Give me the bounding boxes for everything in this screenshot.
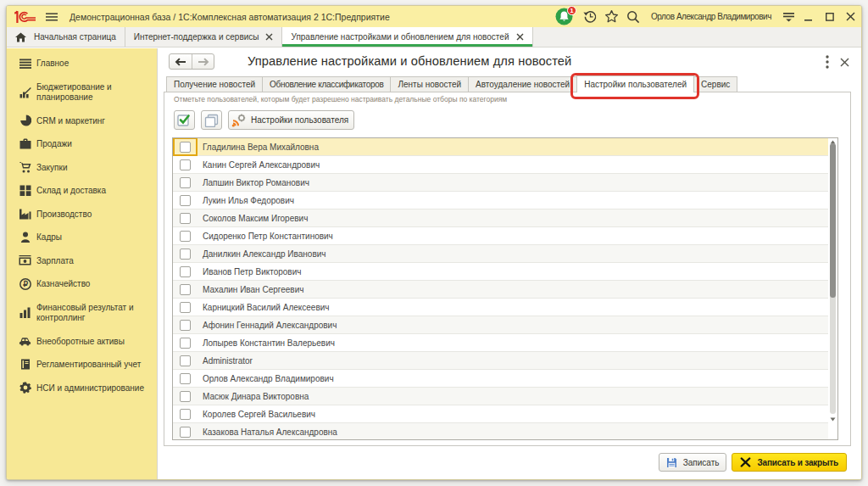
form-close-icon[interactable] — [837, 55, 851, 69]
save-button[interactable]: Записать — [659, 453, 727, 472]
sidebar-item-budget[interactable]: Бюджетирование и планирование — [7, 75, 157, 109]
user-checkbox[interactable] — [180, 142, 191, 153]
scroll-down-icon[interactable] — [828, 416, 837, 423]
user-checkbox-cell[interactable] — [173, 299, 197, 316]
sidebar-item-gear[interactable]: НСИ и администрирование — [7, 377, 157, 400]
window-tab-2[interactable]: Управление настройками и обновлением для… — [282, 27, 532, 47]
user-checkbox-cell[interactable] — [173, 316, 197, 334]
user-menu-icon[interactable] — [780, 6, 798, 27]
save-and-close-button[interactable]: Записать и закрыть — [732, 453, 847, 472]
user-row[interactable]: Канин Сергей Александрович — [173, 156, 837, 174]
form-tab-5[interactable]: Сервис — [693, 76, 737, 92]
user-row[interactable]: Соколов Максим Игоревич — [173, 209, 837, 227]
main-menu-icon[interactable] — [46, 6, 58, 27]
user-row[interactable]: Казакова Наталья Александровна — [173, 423, 837, 440]
user-row[interactable]: Лукин Илья Федорович — [173, 192, 837, 209]
user-row[interactable]: Карницкий Василий Алексеевич — [173, 299, 837, 316]
user-row[interactable]: Administrator — [173, 352, 837, 370]
check-all-button[interactable] — [174, 110, 195, 130]
user-checkbox-cell[interactable] — [173, 174, 197, 192]
vertical-scrollbar[interactable] — [828, 138, 837, 439]
sidebar-item-crm[interactable]: CRM и маркетинг — [7, 109, 157, 133]
window-close-button[interactable] — [840, 6, 861, 27]
user-row[interactable]: Масюк Динара Викторовна — [173, 388, 837, 405]
sidebar-item-warehouse[interactable]: Склад и доставка — [7, 179, 157, 203]
uncheck-all-button[interactable] — [201, 110, 222, 130]
user-name: Орлов Александр Владимирович — [197, 374, 334, 383]
form-tab-0[interactable]: Получение новостей — [166, 76, 263, 92]
favorites-star-icon[interactable] — [601, 6, 622, 27]
user-checkbox[interactable] — [180, 213, 191, 224]
window-tab-0[interactable]: Начальная страница — [7, 27, 125, 47]
user-checkbox[interactable] — [180, 302, 191, 313]
user-checkbox[interactable] — [180, 231, 191, 242]
user-checkbox-cell[interactable] — [173, 263, 197, 281]
form-tab-2[interactable]: Ленты новостей — [390, 76, 469, 92]
user-checkbox-cell[interactable] — [173, 156, 197, 174]
form-tab-1[interactable]: Обновление классификаторов — [262, 76, 391, 92]
user-checkbox[interactable] — [180, 373, 191, 384]
history-icon[interactable] — [580, 6, 601, 27]
user-checkbox-cell[interactable] — [173, 405, 197, 423]
user-checkbox-cell[interactable] — [173, 209, 197, 227]
user-checkbox[interactable] — [180, 409, 191, 420]
user-checkbox[interactable] — [180, 391, 191, 402]
current-user-name[interactable]: Орлов Александр Владимирович — [651, 12, 771, 21]
sidebar-item-salary[interactable]: Зарплата — [7, 249, 157, 273]
user-checkbox-cell[interactable] — [173, 388, 197, 405]
user-checkbox[interactable] — [180, 195, 191, 206]
user-checkbox[interactable] — [180, 355, 191, 366]
user-row[interactable]: Лопырев Константин Валерьевич — [173, 334, 837, 352]
1c-logo-icon — [14, 9, 36, 25]
tab-close-icon[interactable] — [265, 33, 273, 41]
user-checkbox[interactable] — [180, 159, 191, 170]
sidebar-item-treasury[interactable]: ₽Казначейство — [7, 272, 157, 296]
user-settings-button[interactable]: Настройки пользователя — [228, 110, 354, 130]
user-row[interactable]: Сидоренко Петр Константинович — [173, 227, 837, 245]
user-checkbox-cell[interactable] — [173, 138, 197, 156]
sidebar-item-purchases[interactable]: Закупки — [7, 156, 157, 180]
user-row[interactable]: Иванов Петр Викторович — [173, 263, 837, 281]
search-icon[interactable] — [622, 6, 643, 27]
user-checkbox[interactable] — [180, 249, 191, 260]
scrollbar-thumb[interactable] — [830, 143, 836, 298]
sidebar-item-production[interactable]: Производство — [7, 203, 157, 226]
user-checkbox-cell[interactable] — [173, 192, 197, 209]
form-tab-4[interactable]: Настройки пользователей — [576, 75, 694, 92]
user-checkbox-cell[interactable] — [173, 334, 197, 352]
user-row[interactable]: Афонин Геннадий Александрович — [173, 316, 837, 334]
back-button[interactable] — [170, 54, 192, 69]
user-row[interactable]: Данилкин Александр Иванович — [173, 245, 837, 263]
user-row[interactable]: Орлов Александр Владимирович — [173, 370, 837, 388]
forward-button[interactable] — [192, 54, 214, 69]
sidebar-item-sections[interactable]: Главное — [7, 52, 157, 75]
more-menu-icon[interactable] — [821, 55, 834, 69]
sidebar-item-sales[interactable]: Продажи — [7, 132, 157, 156]
user-row[interactable]: Махалин Иван Сергеевич — [173, 281, 837, 299]
user-checkbox[interactable] — [180, 284, 191, 295]
sidebar-item-person[interactable]: Кадры — [7, 226, 157, 249]
tab-close-icon[interactable] — [516, 33, 524, 41]
window-tab-1[interactable]: Интернет-поддержка и сервисы — [125, 27, 283, 47]
user-checkbox[interactable] — [180, 266, 191, 277]
user-checkbox[interactable] — [180, 338, 191, 349]
user-checkbox-cell[interactable] — [173, 245, 197, 263]
user-checkbox[interactable] — [180, 427, 191, 438]
user-row[interactable]: Королев Сергей Васильевич — [173, 405, 837, 423]
user-checkbox-cell[interactable] — [173, 281, 197, 299]
notification-center-icon[interactable]: 1 — [554, 6, 573, 27]
user-checkbox[interactable] — [180, 320, 191, 331]
user-checkbox-cell[interactable] — [173, 227, 197, 245]
sidebar-item-ledger[interactable]: Регламентированный учет — [7, 353, 157, 377]
minimize-button[interactable] — [798, 6, 819, 27]
sidebar-item-finresult[interactable]: Финансовый результат и контроллинг — [7, 296, 157, 330]
user-checkbox[interactable] — [180, 177, 191, 188]
user-row[interactable]: Гладилина Вера Михайловна — [173, 138, 837, 156]
user-row[interactable]: Лапшин Виктор Романович — [173, 174, 837, 192]
sidebar-item-assets[interactable]: Внеоборотные активы — [7, 330, 157, 354]
user-checkbox-cell[interactable] — [173, 352, 197, 370]
user-checkbox-cell[interactable] — [173, 423, 197, 441]
maximize-button[interactable] — [819, 6, 840, 27]
user-checkbox-cell[interactable] — [173, 370, 197, 388]
form-tab-3[interactable]: Автоудаление новостей — [468, 76, 577, 92]
